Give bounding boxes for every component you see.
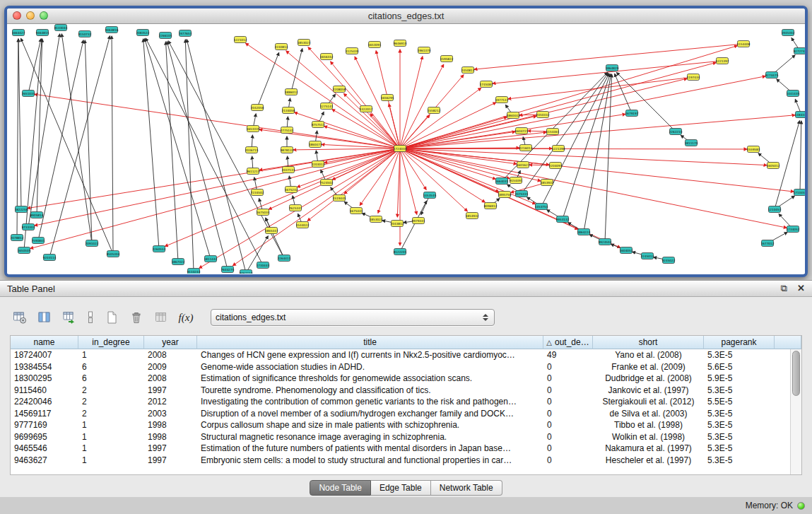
graph-node[interactable]: 1484342 xyxy=(795,112,805,118)
graph-node[interactable]: 1730443 xyxy=(257,262,270,269)
graph-node[interactable]: 9154491 xyxy=(510,177,523,184)
graph-node[interactable]: 1811170 xyxy=(685,140,698,146)
graph-node[interactable]: 1677012 xyxy=(761,240,775,247)
column-header-pagerank[interactable]: pagerank xyxy=(704,336,775,349)
graph-node[interactable]: 2651034 xyxy=(22,90,35,97)
graph-node[interactable]: 9150732 xyxy=(78,31,92,37)
graph-node[interactable]: 2240814 xyxy=(275,44,288,50)
graph-node[interactable]: 1519445 xyxy=(333,195,346,201)
graph-node[interactable]: 1895758 xyxy=(498,192,512,198)
graph-node[interactable]: 2091022 xyxy=(86,240,99,247)
graph-node[interactable]: 1886012 xyxy=(285,89,298,95)
graph-node[interactable]: 9611213 xyxy=(247,168,260,175)
table-row[interactable]: 969969511998Structural magnetic resonanc… xyxy=(11,431,801,443)
graph-node[interactable]: 1853022 xyxy=(370,216,383,223)
graph-node[interactable]: 1961370 xyxy=(418,47,431,54)
graph-node[interactable]: 1853023 xyxy=(298,40,311,46)
graph-node[interactable]: 2036715 xyxy=(245,147,259,153)
graph-node[interactable]: 1221398 xyxy=(552,146,565,152)
graph-node[interactable]: 9464816 xyxy=(105,27,119,33)
minimize-window-button[interactable] xyxy=(26,11,35,20)
table-scrollbar[interactable] xyxy=(790,349,801,474)
graph-node[interactable]: 2083522 xyxy=(136,30,150,36)
graph-node[interactable]: 1441435 xyxy=(787,90,800,97)
graph-node[interactable]: 9245022 xyxy=(662,257,676,264)
graph-node[interactable]: 1604721 xyxy=(515,128,529,134)
graph-node[interactable]: 8733303 xyxy=(22,224,35,230)
import-table-button[interactable] xyxy=(59,308,79,327)
graph-node[interactable]: 2260553 xyxy=(153,246,166,252)
graph-node[interactable]: 9462210 xyxy=(240,270,253,274)
window-titlebar[interactable]: citations_edges.txt xyxy=(7,8,805,24)
graph-node[interactable]: 1154461 xyxy=(546,129,560,135)
graph-node[interactable]: 2203012 xyxy=(312,161,325,168)
graph-node[interactable]: 1864224 xyxy=(577,229,591,235)
graph-node[interactable]: 1558212 xyxy=(428,107,441,114)
merge-table-button[interactable] xyxy=(151,308,171,327)
table-row[interactable]: 977716911998Corpus callosum shape and si… xyxy=(11,419,801,431)
graph-node[interactable]: 2042058 xyxy=(251,105,264,111)
graph-node[interactable]: 1860442 xyxy=(507,112,520,119)
tab-node-table[interactable]: Node Table xyxy=(310,480,371,496)
zoom-window-button[interactable] xyxy=(40,11,48,20)
graph-node[interactable]: 2078812 xyxy=(11,235,24,241)
table-settings-button[interactable] xyxy=(10,308,30,327)
graph-node[interactable]: 7644275 xyxy=(221,267,235,273)
tab-edge-table[interactable]: Edge Table xyxy=(371,480,431,496)
graph-node[interactable]: 1675034 xyxy=(257,209,270,216)
graph-node[interactable]: 1811442 xyxy=(204,256,218,262)
graph-node[interactable]: 9905814 xyxy=(30,212,44,218)
graph-node[interactable]: 1865447 xyxy=(265,228,278,234)
graph-node[interactable]: 8096912 xyxy=(484,203,498,209)
graph-node[interactable]: 2245012 xyxy=(641,253,654,259)
table-row[interactable]: 2242004622012Investigating the contribut… xyxy=(11,396,801,408)
graph-node[interactable]: 2775141 xyxy=(281,127,294,134)
graph-node[interactable]: 8505304 xyxy=(107,251,120,257)
graph-node[interactable]: 1653091 xyxy=(368,42,382,48)
graph-node[interactable]: 1977147 xyxy=(495,97,509,103)
graph-node[interactable]: 1864829 xyxy=(606,65,619,71)
table-row[interactable]: 946554611997Estimation of the future num… xyxy=(11,443,801,455)
graph-node[interactable]: 1125430 xyxy=(346,48,359,54)
graph-node[interactable]: 9464815 xyxy=(36,30,49,36)
graph-node[interactable]: 7524502 xyxy=(320,180,334,186)
table-row[interactable]: 911546021997Tourette syndrome. Phenomeno… xyxy=(11,385,801,397)
graph-node[interactable]: 7625341 xyxy=(289,205,302,211)
close-window-button[interactable] xyxy=(13,11,21,20)
graph-node[interactable]: 1559583 xyxy=(747,146,760,153)
graph-node[interactable]: 1197434 xyxy=(687,74,700,81)
graph-node[interactable]: 9924504 xyxy=(599,239,612,245)
table-row[interactable]: 946362711997Embryonic stem cells: a mode… xyxy=(11,455,801,467)
graph-node[interactable]: 1745083 xyxy=(480,81,493,88)
graph-node[interactable]: 1544022 xyxy=(296,222,310,228)
graph-node[interactable]: 8757513 xyxy=(312,122,325,128)
graph-node[interactable]: 1154408 xyxy=(737,41,751,47)
graph-node[interactable]: 1221012 xyxy=(234,37,247,43)
table-selector-dropdown[interactable]: citations_edges.txt xyxy=(211,309,495,326)
graph-node[interactable]: 2216012 xyxy=(519,145,533,151)
graph-node[interactable]: 1710455 xyxy=(794,189,805,196)
graph-node[interactable]: 9953132 xyxy=(556,216,570,223)
graph-node[interactable]: 2075331 xyxy=(515,191,529,197)
graph-node[interactable]: 1664031 xyxy=(495,178,509,185)
close-panel-icon[interactable]: ✕ xyxy=(797,284,805,293)
scrollbar-thumb[interactable] xyxy=(792,351,800,396)
graph-node[interactable]: 9878133 xyxy=(281,147,294,153)
tab-network-table[interactable]: Network Table xyxy=(431,480,502,496)
graph-node[interactable]: 1853932 xyxy=(541,180,554,186)
graph-node[interactable]: 1653335 xyxy=(247,126,260,132)
delete-table-button[interactable] xyxy=(126,308,146,327)
new-document-button[interactable] xyxy=(102,308,122,327)
graph-node[interactable]: 1604052 xyxy=(620,247,633,254)
graph-node[interactable]: 1601627 xyxy=(517,162,530,168)
graph-node[interactable]: 1275141 xyxy=(320,103,334,110)
graph-node[interactable]: 7234502 xyxy=(251,189,264,196)
column-header-year[interactable]: year xyxy=(144,336,197,349)
graph-node[interactable]: 1664427 xyxy=(12,30,25,36)
table-row[interactable]: 1456911722003Disruption of a novel membe… xyxy=(11,408,801,420)
graph-node[interactable]: 9979341 xyxy=(412,218,425,224)
column-header-name[interactable]: name xyxy=(11,336,78,349)
graph-node[interactable]: 1860473 xyxy=(309,141,322,148)
graph-node[interactable]: 1977653 xyxy=(179,30,192,37)
graph-node[interactable]: 1221397 xyxy=(716,58,729,64)
